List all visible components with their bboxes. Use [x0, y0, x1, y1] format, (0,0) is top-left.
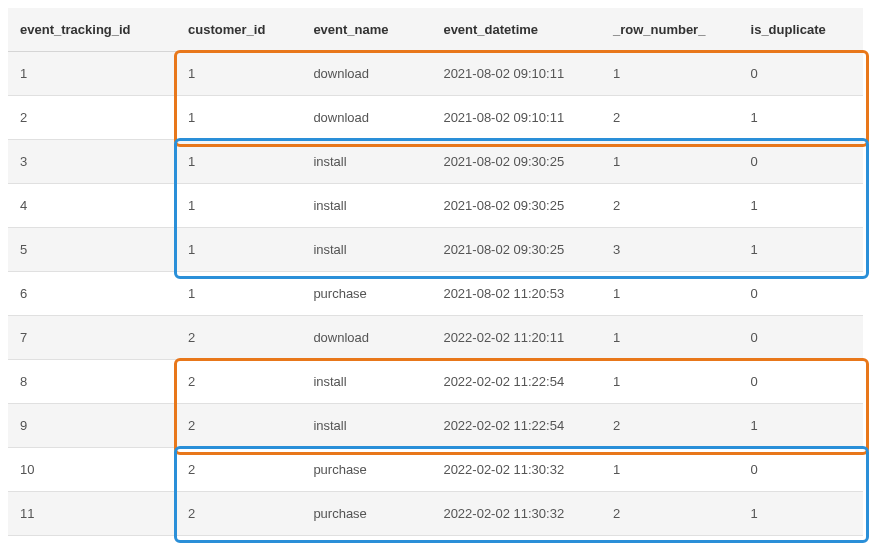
header-is-duplicate: is_duplicate: [739, 8, 863, 52]
cell-row-number: 1: [601, 316, 739, 360]
cell-customer-id: 2: [176, 316, 301, 360]
cell-event-tracking-id: 11: [8, 492, 176, 536]
cell-row-number: 2: [601, 96, 739, 140]
cell-event-tracking-id: 10: [8, 448, 176, 492]
cell-event-datetime: 2022-02-02 11:22:54: [431, 404, 601, 448]
cell-is-duplicate: 0: [739, 52, 863, 96]
cell-event-name: download: [301, 316, 431, 360]
table-row: 51install2021-08-02 09:30:2531: [8, 228, 863, 272]
cell-event-tracking-id: 4: [8, 184, 176, 228]
header-event-name: event_name: [301, 8, 431, 52]
header-row: event_tracking_id customer_id event_name…: [8, 8, 863, 52]
cell-event-datetime: 2021-08-02 09:30:25: [431, 140, 601, 184]
cell-is-duplicate: 1: [739, 228, 863, 272]
cell-event-tracking-id: 1: [8, 52, 176, 96]
cell-is-duplicate: 0: [739, 360, 863, 404]
cell-event-name: install: [301, 404, 431, 448]
cell-event-tracking-id: 8: [8, 360, 176, 404]
cell-event-tracking-id: 2: [8, 96, 176, 140]
cell-is-duplicate: 1: [739, 184, 863, 228]
cell-event-tracking-id: 5: [8, 228, 176, 272]
table-row: 112purchase2022-02-02 11:30:3221: [8, 492, 863, 536]
table-row: 21download2021-08-02 09:10:1121: [8, 96, 863, 140]
table-row: 41install2021-08-02 09:30:2521: [8, 184, 863, 228]
cell-row-number: 1: [601, 140, 739, 184]
cell-is-duplicate: 0: [739, 272, 863, 316]
cell-event-name: install: [301, 360, 431, 404]
table-row: 72download2022-02-02 11:20:1110: [8, 316, 863, 360]
cell-event-datetime: 2022-02-02 11:22:54: [431, 360, 601, 404]
cell-customer-id: 1: [176, 140, 301, 184]
cell-event-name: purchase: [301, 492, 431, 536]
cell-row-number: 1: [601, 448, 739, 492]
cell-event-tracking-id: 3: [8, 140, 176, 184]
table-row: 11download2021-08-02 09:10:1110: [8, 52, 863, 96]
cell-row-number: 1: [601, 360, 739, 404]
cell-event-datetime: 2022-02-02 11:30:32: [431, 492, 601, 536]
header-row-number: _row_number_: [601, 8, 739, 52]
cell-event-name: install: [301, 228, 431, 272]
cell-event-name: purchase: [301, 272, 431, 316]
cell-event-tracking-id: 9: [8, 404, 176, 448]
cell-event-datetime: 2021-08-02 09:10:11: [431, 96, 601, 140]
cell-is-duplicate: 1: [739, 96, 863, 140]
cell-event-datetime: 2021-08-02 09:10:11: [431, 52, 601, 96]
cell-row-number: 1: [601, 272, 739, 316]
cell-row-number: 2: [601, 404, 739, 448]
cell-customer-id: 1: [176, 272, 301, 316]
cell-event-datetime: 2021-08-02 09:30:25: [431, 184, 601, 228]
cell-row-number: 1: [601, 52, 739, 96]
cell-customer-id: 2: [176, 360, 301, 404]
cell-is-duplicate: 1: [739, 492, 863, 536]
cell-row-number: 2: [601, 184, 739, 228]
cell-event-name: purchase: [301, 448, 431, 492]
table-row: 102purchase2022-02-02 11:30:3210: [8, 448, 863, 492]
header-customer-id: customer_id: [176, 8, 301, 52]
cell-row-number: 2: [601, 492, 739, 536]
cell-is-duplicate: 0: [739, 316, 863, 360]
cell-customer-id: 2: [176, 492, 301, 536]
cell-customer-id: 2: [176, 448, 301, 492]
header-event-tracking-id: event_tracking_id: [8, 8, 176, 52]
cell-event-datetime: 2022-02-02 11:20:11: [431, 316, 601, 360]
cell-customer-id: 1: [176, 184, 301, 228]
table-row: 82install2022-02-02 11:22:5410: [8, 360, 863, 404]
cell-event-tracking-id: 7: [8, 316, 176, 360]
cell-event-name: install: [301, 184, 431, 228]
cell-is-duplicate: 0: [739, 448, 863, 492]
header-event-datetime: event_datetime: [431, 8, 601, 52]
cell-row-number: 3: [601, 228, 739, 272]
cell-is-duplicate: 1: [739, 404, 863, 448]
cell-event-datetime: 2021-08-02 11:20:53: [431, 272, 601, 316]
table-row: 92install2022-02-02 11:22:5421: [8, 404, 863, 448]
cell-customer-id: 1: [176, 228, 301, 272]
cell-event-tracking-id: 6: [8, 272, 176, 316]
cell-event-name: install: [301, 140, 431, 184]
cell-customer-id: 1: [176, 96, 301, 140]
data-table: event_tracking_id customer_id event_name…: [8, 8, 863, 536]
cell-event-name: download: [301, 96, 431, 140]
cell-customer-id: 2: [176, 404, 301, 448]
table-row: 61purchase2021-08-02 11:20:5310: [8, 272, 863, 316]
table-row: 31install2021-08-02 09:30:2510: [8, 140, 863, 184]
cell-event-datetime: 2021-08-02 09:30:25: [431, 228, 601, 272]
cell-event-name: download: [301, 52, 431, 96]
cell-is-duplicate: 0: [739, 140, 863, 184]
cell-customer-id: 1: [176, 52, 301, 96]
cell-event-datetime: 2022-02-02 11:30:32: [431, 448, 601, 492]
